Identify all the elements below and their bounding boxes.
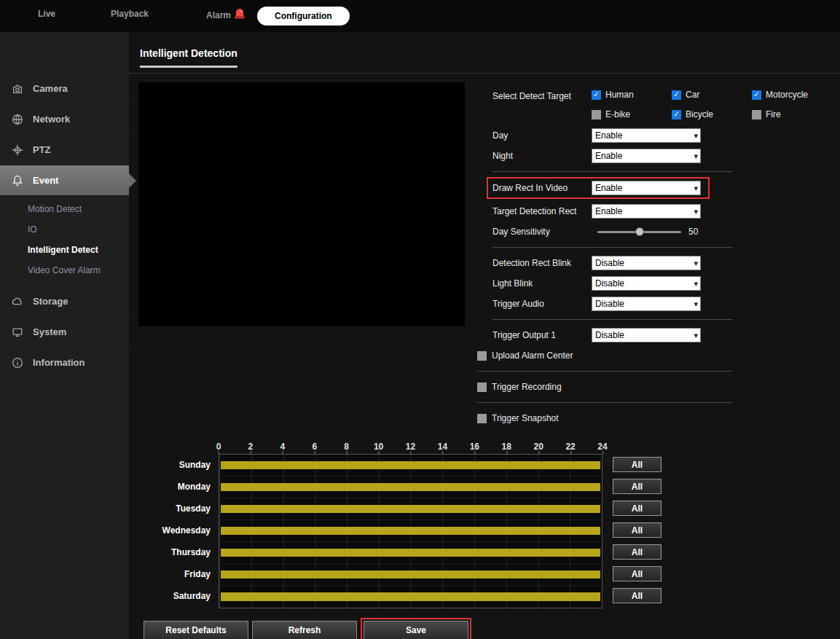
checkbox-human[interactable]: Human (592, 88, 672, 101)
divider (492, 171, 733, 172)
schedule-bar (221, 592, 600, 601)
sidebar-subitem-io[interactable]: IO (0, 219, 129, 240)
sidebar-item-event[interactable]: Event (0, 165, 129, 196)
trigger-snapshot-label: Trigger Snapshot (492, 413, 559, 423)
hour-tick: 22 (565, 442, 575, 452)
divider (492, 319, 733, 320)
sidebar-subitem-motion-detect[interactable]: Motion Detect (0, 199, 129, 219)
sidebar-item-label: PTZ (33, 144, 51, 155)
checkbox-label: E-bike (605, 109, 630, 119)
trigger-recording-label: Trigger Recording (492, 382, 562, 392)
main-content: Intelligent Detection Select Detect Targ… (129, 32, 840, 639)
day-label-monday: Monday (138, 476, 219, 498)
schedule-section: Sunday Monday Tuesday Wednesday Thursday… (138, 442, 840, 608)
sidebar-item-label: System (33, 326, 66, 337)
schedule-day-labels: Sunday Monday Tuesday Wednesday Thursday… (138, 442, 219, 608)
sidebar-item-camera[interactable]: Camera (0, 74, 129, 104)
schedule-bar (221, 549, 600, 557)
checkbox-box (477, 351, 487, 361)
day-select[interactable]: Enable (592, 128, 701, 143)
trigger-output-1-label: Trigger Output 1 (492, 330, 592, 340)
camera-icon (11, 82, 24, 95)
checkbox-label: Fire (766, 109, 781, 119)
top-navigation-bar: Live Playback Alarm Configuration (0, 0, 840, 32)
day-sensitivity-slider[interactable] (597, 227, 681, 236)
sidebar-subitem-intelligent-detect[interactable]: Intelligent Detect (0, 240, 129, 260)
draw-rect-in-video-select[interactable]: Enable (592, 181, 701, 195)
hour-tick: 14 (438, 442, 447, 452)
all-button-monday[interactable]: All (613, 479, 662, 494)
detection-rect-blink-select[interactable]: Disable (592, 256, 701, 270)
hour-tick: 4 (280, 442, 285, 452)
checkbox-motorcycle[interactable]: Motorcycle (752, 88, 839, 101)
tab-playback[interactable]: Playback (111, 9, 149, 19)
upload-alarm-center-label: Upload Alarm Center (492, 350, 573, 361)
sidebar-item-label: Storage (33, 296, 68, 307)
tab-alarm[interactable]: Alarm (206, 9, 247, 21)
trigger-recording-checkbox[interactable]: Trigger Recording (477, 377, 820, 397)
schedule-track-friday[interactable] (219, 564, 602, 586)
storage-cloud-icon (11, 295, 24, 308)
schedule-track-sunday[interactable] (219, 455, 602, 477)
target-detection-rect-select[interactable]: Enable (592, 204, 701, 219)
sidebar-item-system[interactable]: System (0, 317, 129, 348)
checkbox-label: Human (605, 90, 634, 100)
schedule-hour-ruler: 0 2 4 6 8 10 12 14 16 18 20 22 24 (219, 442, 602, 454)
schedule-bar (221, 461, 600, 469)
day-label-thursday: Thursday (138, 541, 219, 563)
settings-form: Select Detect Target Human Car Motorcycl… (492, 82, 820, 428)
hour-tick: 24 (597, 442, 607, 452)
schedule-all-buttons: All All All All All All All (613, 442, 662, 608)
info-icon (11, 356, 24, 369)
schedule-bar (221, 527, 600, 535)
checkbox-box (592, 90, 601, 100)
tab-configuration[interactable]: Configuration (257, 7, 350, 26)
divider (492, 247, 733, 248)
all-button-saturday[interactable]: All (613, 588, 662, 603)
checkbox-car[interactable]: Car (672, 88, 752, 101)
refresh-button[interactable]: Refresh (252, 621, 357, 639)
video-preview[interactable] (138, 82, 465, 326)
ptz-icon (11, 144, 24, 157)
schedule-track-saturday[interactable] (219, 586, 602, 608)
hour-tick: 6 (312, 442, 317, 452)
detect-target-options: Human Car Motorcycle E-bike (592, 88, 839, 121)
sidebar-item-storage[interactable]: Storage (0, 286, 129, 317)
schedule-bar (221, 571, 600, 579)
checkbox-box (592, 110, 601, 119)
all-button-friday[interactable]: All (613, 566, 662, 581)
checkbox-fire[interactable]: Fire (752, 108, 839, 121)
sidebar-item-ptz[interactable]: PTZ (0, 135, 129, 165)
light-blink-select[interactable]: Disable (592, 276, 701, 291)
trigger-snapshot-checkbox[interactable]: Trigger Snapshot (477, 408, 820, 428)
hour-tick: 20 (533, 442, 543, 452)
checkbox-bicycle[interactable]: Bicycle (672, 108, 752, 121)
save-button[interactable]: Save (364, 621, 468, 639)
sidebar-item-network[interactable]: Network (0, 104, 129, 135)
tab-live[interactable]: Live (38, 9, 55, 19)
day-sensitivity-value: 50 (688, 227, 698, 237)
schedule-track-tuesday[interactable] (219, 498, 602, 520)
sidebar-item-information[interactable]: Information (0, 348, 129, 378)
checkbox-ebike[interactable]: E-bike (592, 108, 672, 121)
sidebar-item-label: Information (33, 357, 85, 368)
night-select[interactable]: Enable (592, 149, 701, 163)
schedule-track-wednesday[interactable] (219, 520, 602, 542)
sidebar-item-label: Event (33, 175, 58, 186)
all-button-tuesday[interactable]: All (613, 501, 662, 516)
all-button-thursday[interactable]: All (613, 544, 662, 560)
all-button-wednesday[interactable]: All (613, 522, 662, 538)
trigger-output-1-select[interactable]: Disable (592, 328, 701, 342)
schedule-track-thursday[interactable] (219, 542, 602, 564)
sidebar-subitem-video-cover-alarm[interactable]: Video Cover Alarm (0, 260, 129, 281)
trigger-audio-label: Trigger Audio (492, 299, 592, 309)
hour-tick: 2 (248, 442, 254, 452)
upload-alarm-center-checkbox[interactable]: Upload Alarm Center (477, 345, 820, 366)
schedule-track-monday[interactable] (219, 477, 602, 498)
slider-thumb[interactable] (635, 227, 644, 236)
checkbox-box (752, 110, 761, 119)
trigger-audio-select[interactable]: Disable (592, 297, 701, 311)
reset-defaults-button[interactable]: Reset Defaults (144, 621, 248, 639)
target-detection-rect-label: Target Detection Rect (492, 206, 592, 216)
all-button-sunday[interactable]: All (613, 457, 662, 472)
